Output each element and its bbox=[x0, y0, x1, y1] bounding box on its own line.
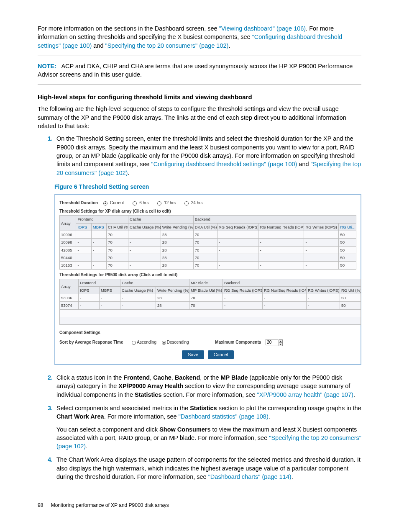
link-step1-config[interactable]: "Configuring dashboard threshold setting… bbox=[151, 161, 297, 167]
cancel-button[interactable]: Cancel bbox=[208, 350, 234, 359]
table-row[interactable]: 53036---2870---50 bbox=[60, 294, 361, 302]
link-viewing-dashboard[interactable]: "Viewing dashboard" (page 106) bbox=[219, 25, 306, 32]
col-rg-util[interactable]: RG Uti... bbox=[339, 223, 356, 231]
xp-table-caption: Threshold Settings for XP disk array (Cl… bbox=[59, 208, 356, 214]
col-rg-writes[interactable]: RG Writes (IOPS) bbox=[307, 286, 340, 294]
col-dka[interactable]: DKA Util (%) bbox=[193, 223, 217, 231]
xp-threshold-table[interactable]: Array Frontend Cache Backend IOPS MBPS C… bbox=[59, 215, 356, 269]
link-dashboard-stats[interactable]: "Dashboard statistics" (page 108) bbox=[179, 413, 269, 420]
table-row[interactable]: 10153--70-2870---50 bbox=[60, 262, 356, 269]
figure-caption: Figure 6 Threshold Setting screen bbox=[54, 183, 361, 191]
radio-ascending[interactable] bbox=[132, 341, 136, 345]
stepper-down-icon: ▼ bbox=[279, 343, 283, 346]
col-write-pending[interactable]: Write Pending (%) bbox=[156, 286, 189, 294]
threshold-duration-row: Threshold Duration Current 6 hrs 12 hrs … bbox=[59, 200, 356, 206]
radio-descending[interactable] bbox=[162, 341, 166, 345]
col-write-pending[interactable]: Write Pending (%) bbox=[161, 223, 193, 231]
col-cache-usage[interactable]: Cache Usage (%) bbox=[120, 286, 156, 294]
col-mbps[interactable]: MBPS bbox=[91, 223, 106, 231]
max-components-input[interactable] bbox=[266, 339, 278, 345]
intro-paragraph: For more information on the sections in … bbox=[38, 24, 361, 50]
col-iops[interactable]: IOPS bbox=[76, 223, 91, 231]
col-rg-seq[interactable]: RG Seq Reads (IOPS) bbox=[223, 286, 263, 294]
page-footer: 98 Monitoring performance of XP and P900… bbox=[38, 502, 361, 509]
step-2: Click a status icon in the Frontend, Cac… bbox=[54, 373, 361, 399]
p9-table-caption: Threshold Settings for P9500 disk array … bbox=[59, 272, 356, 278]
group-backend: Backend bbox=[223, 279, 361, 286]
component-settings-label: Component Settings bbox=[59, 330, 356, 336]
link-dashboard-charts[interactable]: "Dashboard charts" (page 114) bbox=[208, 473, 292, 480]
col-mbps[interactable]: MBPS bbox=[100, 286, 120, 294]
divider bbox=[38, 56, 361, 56]
col-rg-nonseq[interactable]: RG NonSeq Reads (IOPS) bbox=[258, 223, 304, 231]
step-1: On the Threshold Setting screen, enter t… bbox=[54, 134, 361, 177]
col-iops[interactable]: IOPS bbox=[79, 286, 100, 294]
sort-label: Sort by Average Response Time bbox=[59, 340, 123, 344]
section-heading: High-level steps for configuring thresho… bbox=[38, 93, 361, 101]
group-frontend: Frontend bbox=[79, 279, 120, 286]
table-row[interactable]: 10096--70-2870---50 bbox=[60, 231, 356, 239]
footer-title: Monitoring performance of XP and P9000 d… bbox=[51, 502, 169, 508]
col-cha[interactable]: CHA Util (%) bbox=[107, 223, 128, 231]
threshold-duration-label: Threshold Duration bbox=[59, 200, 98, 205]
radio-24hrs[interactable] bbox=[184, 201, 189, 206]
divider bbox=[38, 85, 361, 85]
radio-12hrs[interactable] bbox=[157, 201, 161, 206]
group-cache: Cache bbox=[120, 279, 189, 286]
note-label: NOTE: bbox=[38, 63, 56, 69]
group-frontend: Frontend bbox=[76, 216, 128, 223]
col-rg-writes[interactable]: RG Writes (IOPS) bbox=[304, 223, 339, 231]
max-components-label: Maximum Components bbox=[215, 340, 261, 344]
p9-threshold-table[interactable]: Array Frontend Cache MP Blade Backend IO… bbox=[59, 279, 361, 325]
table-row[interactable]: 50440--70-2870---50 bbox=[60, 254, 356, 261]
page-number: 98 bbox=[38, 502, 43, 508]
group-mpblade: MP Blade bbox=[189, 279, 223, 286]
link-top20[interactable]: "Specifying the top 20 consumers" (page … bbox=[105, 42, 229, 49]
col-array: Array bbox=[60, 279, 79, 294]
col-rg-seq[interactable]: RG Seq Reads (IOPS) bbox=[217, 223, 258, 231]
col-mpblade-util[interactable]: MP Blade Util (%) bbox=[189, 286, 223, 294]
link-array-health[interactable]: "XP/P9000 array health" (page 107) bbox=[257, 391, 353, 398]
step-3: Select components and associated metrics… bbox=[54, 404, 361, 450]
table-row[interactable]: 42085--70-2870---50 bbox=[60, 246, 356, 254]
radio-current[interactable] bbox=[103, 201, 107, 206]
col-rg-util[interactable]: RG Util (%) bbox=[340, 286, 361, 294]
max-components-stepper[interactable]: ▲▼ bbox=[279, 339, 283, 346]
group-backend: Backend bbox=[193, 216, 356, 223]
stepper-up-icon: ▲ bbox=[279, 339, 283, 343]
step-4: The Chart Work Area displays the usage p… bbox=[54, 455, 361, 481]
col-rg-nonseq[interactable]: RG NonSeq Reads (IOPS) bbox=[263, 286, 307, 294]
note-paragraph: NOTE: ACP and DKA, CHIP and CHA are term… bbox=[38, 62, 361, 79]
save-button[interactable]: Save bbox=[182, 350, 204, 359]
group-cache: Cache bbox=[128, 216, 194, 223]
radio-6hrs[interactable] bbox=[133, 201, 137, 206]
col-cache-usage[interactable]: Cache Usage (%) bbox=[128, 223, 161, 231]
section-intro: The following are the high-level sequenc… bbox=[38, 105, 361, 130]
figure-threshold-settings: Threshold Duration Current 6 hrs 12 hrs … bbox=[54, 194, 361, 365]
table-row[interactable]: 10098--70-2870---50 bbox=[60, 239, 356, 246]
table-row[interactable]: 53074---2870---50 bbox=[60, 302, 361, 309]
col-array: Array bbox=[60, 216, 76, 231]
